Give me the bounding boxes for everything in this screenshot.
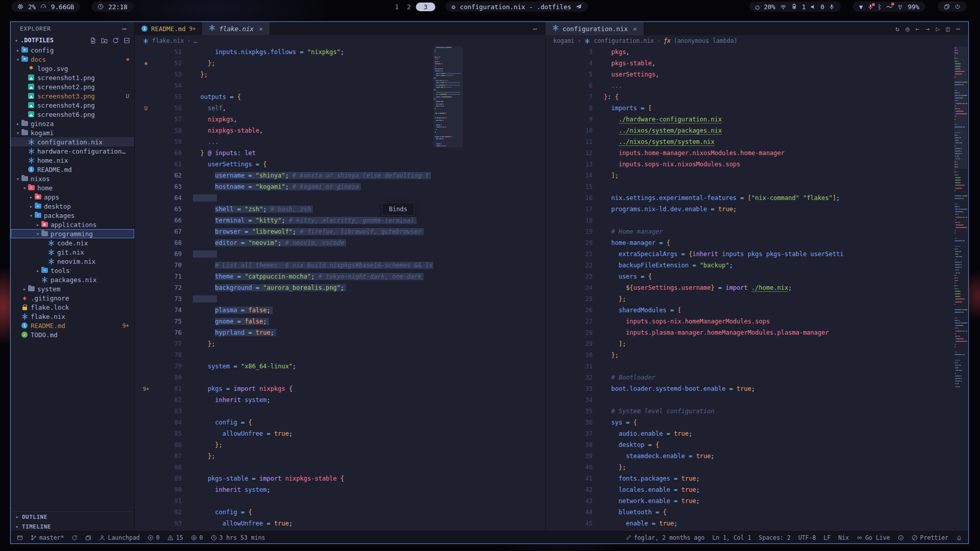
code-line-19[interactable]: 19 # Home manager <box>546 226 953 237</box>
gutter-margin[interactable] <box>546 428 568 439</box>
breadcrumb-left[interactable]: flake.nix›… <box>135 35 545 46</box>
gutter-margin[interactable] <box>546 439 568 450</box>
gutter-margin[interactable] <box>546 260 568 271</box>
status-cursor-position[interactable]: Ln 1, Col 1 <box>712 534 751 541</box>
tree-item-programming[interactable]: ▾programming <box>11 229 134 238</box>
code-line-93[interactable]: 93 allowUnfree = true; <box>135 518 433 529</box>
gutter-margin[interactable] <box>546 226 568 237</box>
code-line-7[interactable]: 7}: { <box>546 91 953 103</box>
gutter-margin[interactable] <box>135 204 157 215</box>
code-line-43[interactable]: 43 network.enable = true; <box>546 495 953 507</box>
gutter-margin[interactable] <box>135 226 157 237</box>
code-line-4[interactable]: 4 pkgs-stable, <box>546 58 953 69</box>
tree-item-readme.md[interactable]: iREADME.md9+ <box>11 321 134 330</box>
tree-item-todo.md[interactable]: ✓TODO.md <box>11 330 134 339</box>
code-line-3[interactable]: 3 pkgs, <box>546 46 953 58</box>
code-line-15[interactable]: 15 <box>546 181 953 192</box>
tree-item-desktop[interactable]: ▸▭desktop <box>11 202 134 211</box>
minimap-left[interactable] <box>433 46 463 531</box>
tree-item-screenshot4.png[interactable]: screenshot4.png <box>11 101 134 110</box>
status-notifications[interactable] <box>956 535 962 541</box>
code-line-57[interactable]: 57 nixpkgs, <box>135 114 433 125</box>
code-line-87[interactable]: 87 }; <box>135 450 433 462</box>
code-line-34[interactable]: 34 <box>546 394 953 406</box>
code-line-82[interactable]: 82 inherit system; <box>135 394 433 406</box>
gutter-margin[interactable] <box>135 327 157 338</box>
gutter-margin[interactable] <box>546 484 568 495</box>
tab-configuration.nix[interactable]: configuration.nix× <box>546 22 644 35</box>
tree-item-flake.lock[interactable]: flake.lock <box>11 303 134 312</box>
gutter-margin[interactable]: ● <box>135 58 157 69</box>
code-line-68[interactable]: 68 editor = "neovim"; # neovim, vscode <box>135 237 433 248</box>
gutter-margin[interactable] <box>546 114 568 125</box>
tree-item-flake.nix[interactable]: flake.nix <box>11 312 134 321</box>
gutter-margin[interactable] <box>546 394 568 406</box>
mic-icon[interactable] <box>829 4 835 10</box>
status-errors[interactable]: 0 <box>148 534 160 541</box>
minimap-right[interactable] <box>954 46 967 531</box>
gutter-margin[interactable] <box>135 136 157 147</box>
code-line-58[interactable]: 58 nixpkgs-stable, <box>135 125 433 136</box>
code-line-12[interactable]: 12 inputs.home-manager.nixosModules.home… <box>546 147 953 159</box>
code-line-71[interactable]: 71 theme = "catppuccin-mocha"; # tokyo-n… <box>135 271 433 282</box>
breadcrumb-item[interactable]: kogami <box>553 37 575 44</box>
code-line-22[interactable]: 22 backupFileExtension = "backup"; <box>546 260 953 271</box>
code-line-28[interactable]: 28 inputs.plasma-manager.homeManagerModu… <box>546 327 953 338</box>
code-line-51[interactable]: 51 inputs.nixpkgs.follows = "nixpkgs"; <box>135 46 433 58</box>
gutter-margin[interactable] <box>546 518 568 529</box>
gutter-margin[interactable] <box>546 406 568 417</box>
collapse-all-icon[interactable] <box>124 37 130 44</box>
tree-item-screenshot6.png[interactable]: screenshot6.png <box>11 110 134 119</box>
code-line-44[interactable]: 44 bluetooth = { <box>546 507 953 518</box>
gutter-margin[interactable] <box>135 484 157 495</box>
gutter-margin[interactable] <box>135 316 157 327</box>
refresh-icon[interactable] <box>112 37 119 44</box>
status-sync[interactable] <box>71 535 78 541</box>
gutter-margin[interactable] <box>546 192 568 204</box>
tree-item-apps[interactable]: ▸▦apps <box>11 192 134 202</box>
code-line-54[interactable]: 54 <box>135 80 433 91</box>
code-line-85[interactable]: 85 allowUnfree = true; <box>135 428 433 439</box>
gutter-margin[interactable] <box>546 181 568 192</box>
status-wakatime[interactable]: 3 hrs 53 mins <box>211 534 265 541</box>
tree-root[interactable]: ▾ .DOTFILES <box>11 35 134 45</box>
breadcrumb-item[interactable]: configuration.nix <box>594 37 654 44</box>
gutter-margin[interactable] <box>546 372 568 383</box>
gutter-margin[interactable] <box>546 58 568 69</box>
minimap-slider[interactable] <box>433 46 463 147</box>
code-line-80[interactable]: 80 <box>135 372 433 383</box>
gutter-margin[interactable] <box>135 417 157 428</box>
status-stash[interactable] <box>85 535 91 541</box>
gutter-margin[interactable] <box>546 462 568 473</box>
explorer-more-icon[interactable]: ⋯ <box>122 24 127 33</box>
gutter-margin[interactable] <box>135 114 157 125</box>
code-line-74[interactable]: 74 plasma = false; <box>135 305 433 316</box>
code-line-60[interactable]: 60 } @ inputs: let <box>135 147 433 159</box>
code-line-76[interactable]: 76 hyprland = true; <box>135 327 433 338</box>
outline-section[interactable]: ▸ OUTLINE <box>11 512 134 521</box>
breadcrumb-item[interactable]: flake.nix <box>152 37 184 44</box>
code-line-23[interactable]: 23 users = { <box>546 271 953 282</box>
gutter-margin[interactable] <box>546 159 568 170</box>
code-line-66[interactable]: 66 terminal = "kitty"; # kitty, alacritt… <box>135 215 433 226</box>
code-line-5[interactable]: 5 userSettings, <box>546 69 953 80</box>
code-line-6[interactable]: 6 ... <box>546 80 953 91</box>
mic-muted-icon[interactable] <box>868 4 873 10</box>
tree-item-applications[interactable]: ▸▦applications <box>11 220 134 229</box>
tree-item-home[interactable]: ▾⌂home <box>11 183 134 192</box>
code-line-41[interactable]: 41 fonts.packages = true; <box>546 473 953 484</box>
minimap-slider[interactable] <box>954 46 967 169</box>
gutter-margin[interactable] <box>135 349 157 361</box>
status-encoding[interactable]: UTF-8 <box>798 534 816 541</box>
tree-item-hardware-configuration.nix[interactable]: hardware-configuration.nix <box>11 146 134 156</box>
code-line-90[interactable]: 90 inherit system; <box>135 484 433 495</box>
gutter-margin[interactable] <box>135 147 157 159</box>
code-line-31[interactable]: 31 <box>546 361 953 372</box>
breadcrumb-item[interactable]: (anonymous lambda) <box>674 37 738 44</box>
gutter-margin[interactable] <box>546 349 568 361</box>
code-line-26[interactable]: 26 sharedModules = [ <box>546 305 953 316</box>
new-folder-icon[interactable] <box>101 37 108 44</box>
code-line-8[interactable]: 8 imports = [ <box>546 103 953 114</box>
status-launchpad[interactable]: Launchpad <box>99 534 139 541</box>
tree-item-neovim.nix[interactable]: neovim.nix <box>11 257 134 266</box>
